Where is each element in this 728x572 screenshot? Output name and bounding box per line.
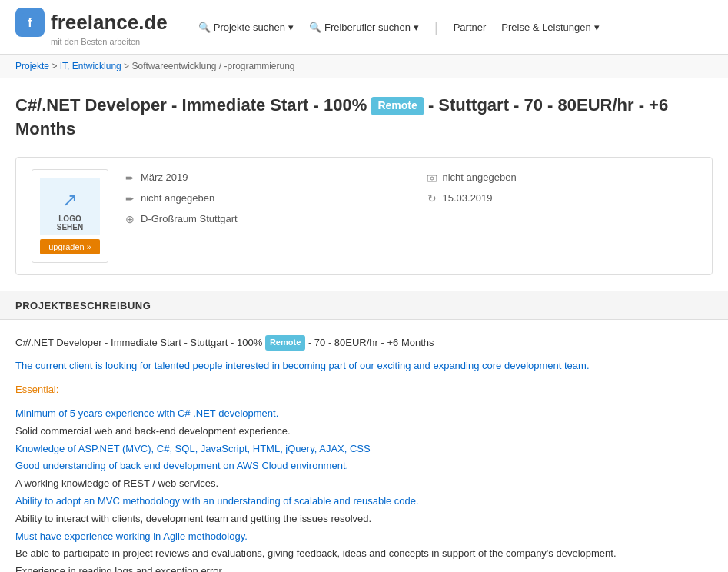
chevron-down-icon3: ▾ [594,22,600,33]
nav-projekte[interactable]: 🔍 Projekte suchen ▾ [198,22,294,33]
section-title: PROJEKTBESCHREIBUNG [15,300,151,311]
logo-placeholder: ↗ LOGO SEHEN upgraden » [32,169,108,263]
section-header: PROJEKTBESCHREIBUNG [0,291,728,320]
budget-icon [426,171,438,184]
logo-icon: f [15,8,45,37]
desc-line-3: Good understanding of back end developme… [15,458,713,474]
detail-type: ➨ nicht angegeben [124,190,395,207]
description: C#/.NET Developer - Immediate Start - St… [15,335,713,572]
logo-sub: mit den Besten arbeiten [51,37,168,46]
globe-icon: ⊕ [124,213,136,225]
logo-area: f freelance.de mit den Besten arbeiten [15,8,168,46]
detail-budget: nicht angegeben [426,169,697,186]
chevron-down-icon2: ▾ [414,22,419,33]
svg-rect-2 [427,175,437,181]
logo-placeholder-top: ↗ LOGO SEHEN [40,178,100,235]
breadcrumb: Projekte > IT, Entwicklung > Softwareent… [0,55,728,78]
job-title: C#/.NET Developer - Immediate Start - 10… [15,94,713,141]
desc-essential: Essential: [15,382,713,398]
logo-label: LOGO SEHEN [48,214,92,231]
arrow-icon: ↗ [48,189,92,211]
search-icon2: 🔍 [309,22,321,33]
desc-line-7: Must have experience working in Agile me… [15,529,713,545]
remote-badge: Remote [371,97,423,115]
desc-line-2: Knowledge of ASP.NET (MVC), C#, SQL, Jav… [15,441,713,457]
nav-preise[interactable]: Preise & Leistungen ▾ [501,22,599,33]
svg-text:f: f [28,16,32,29]
desc-line-1: Solid commercial web and back-end develo… [15,424,713,440]
desc-para1: The current client is looking for talent… [15,358,713,374]
detail-location: ⊕ D-Großraum Stuttgart [124,211,395,228]
job-details-grid: ➨ März 2019 nicht angegeben ➨ nicht ange… [124,169,696,228]
breadcrumb-current: Softwareentwicklung / -programmierung [131,61,294,72]
main-content: C#/.NET Developer - Immediate Start - 10… [0,78,728,572]
svg-point-3 [430,177,434,180]
desc-line-4: A working knowledge of REST / web servic… [15,476,713,492]
desc-remote-badge: Remote [265,335,305,351]
type-icon: ➨ [124,192,136,205]
nav-separator: | [434,19,438,35]
detail-date: ➨ März 2019 [124,169,395,186]
desc-intro-line: C#/.NET Developer - Immediate Start - St… [15,335,713,351]
desc-line-5: Ability to adopt an MVC methodology with… [15,494,713,510]
date-icon: ➨ [124,171,136,184]
desc-line-9: Experience in reading logs and exception… [15,564,713,572]
date-value: März 2019 [141,171,188,183]
desc-line-0: Minimum of 5 years experience with C# .N… [15,406,713,422]
type-value: nicht angegeben [141,192,214,204]
refresh-icon: ↻ [426,192,438,205]
chevron-down-icon: ▾ [288,22,294,33]
logo-text: freelance.de [51,11,168,35]
desc-lines: Minimum of 5 years experience with C# .N… [15,406,713,572]
budget-value: nicht angegeben [443,171,517,183]
desc-line-6: Ability to interact with clients, develo… [15,511,713,527]
nav-freiberufler[interactable]: 🔍 Freiberufler suchen ▾ [309,22,419,33]
search-icon: 🔍 [198,22,211,33]
location-value: D-Großraum Stuttgart [141,213,238,224]
job-info-card: ↗ LOGO SEHEN upgraden » ➨ März 2019 nich… [15,157,713,275]
essential-label: Essential: [15,384,58,395]
upgrade-button[interactable]: upgraden » [40,239,100,254]
desc-line-8: Be able to participate in project review… [15,546,713,562]
breadcrumb-it[interactable]: IT, Entwicklung [60,61,121,72]
nav-partner[interactable]: Partner [454,22,487,33]
detail-updated: ↻ 15.03.2019 [426,190,697,207]
updated-value: 15.03.2019 [443,192,493,204]
main-nav: 🔍 Projekte suchen ▾ 🔍 Freiberufler suche… [198,19,713,35]
breadcrumb-projekte[interactable]: Projekte [15,61,49,72]
header: f freelance.de mit den Besten arbeiten 🔍… [0,0,728,55]
logo-main: f freelance.de [15,8,168,37]
